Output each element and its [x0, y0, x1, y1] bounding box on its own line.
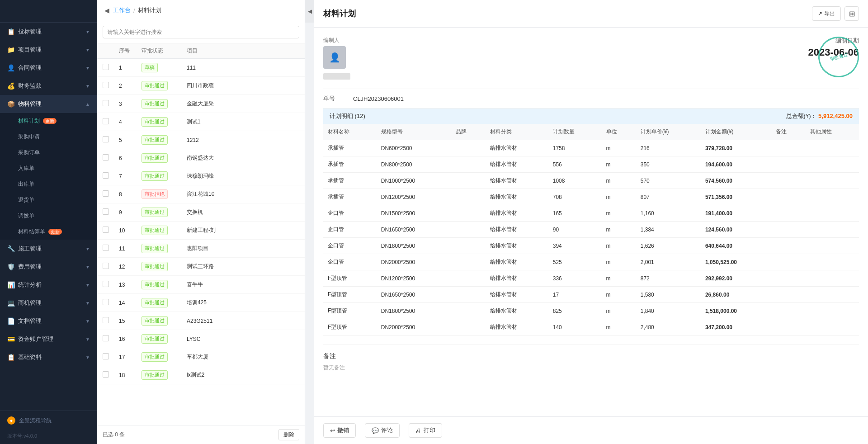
list-item[interactable]: 6 审批通过 南钢盛达大	[97, 149, 305, 167]
list-item[interactable]: 9 审批通过 交换机	[97, 203, 305, 222]
table-row[interactable]: F型顶管 DN1650*2500 给排水管材 17 m 1,580 26,860…	[323, 287, 859, 303]
cell-name: 承插管	[323, 140, 377, 156]
sidebar-item-cost[interactable]: 🛡️ 费用管理 ▼	[0, 258, 97, 276]
row-checkbox[interactable]	[103, 208, 109, 215]
cell-other	[806, 287, 859, 303]
cell-brand	[451, 303, 486, 319]
search-input[interactable]	[103, 26, 299, 38]
sidebar-item-contract[interactable]: 👤 合同管理 ▼	[0, 59, 97, 77]
list-item[interactable]: 17 审批通过 车都大厦	[97, 348, 305, 366]
row-checkbox[interactable]	[103, 154, 109, 161]
list-item[interactable]: 4 审批通过 测试1	[97, 113, 305, 131]
comment-button[interactable]: 💬 评论	[365, 423, 400, 438]
row-id: 11	[119, 246, 142, 252]
table-row[interactable]: F型顶管 DN2000*2500 给排水管材 140 m 2,480 347,2…	[323, 319, 859, 335]
export-button[interactable]: ↗ 导出	[812, 6, 841, 21]
list-panel-header: ◀ 工作台 / 材料计划	[97, 0, 305, 21]
meta-left: 编制人 👤	[323, 37, 350, 80]
sidebar-item-return[interactable]: 退货单	[0, 192, 97, 208]
cancel-button[interactable]: ↩ 撤销	[323, 423, 356, 438]
sidebar-item-transfer[interactable]: 调拨单	[0, 208, 97, 224]
version-text: 版本号:v4.0.0	[0, 430, 97, 444]
cell-qty: 1758	[548, 140, 602, 156]
row-checkbox[interactable]	[103, 118, 109, 124]
row-checkbox[interactable]	[103, 227, 109, 233]
cell-category: 给排水管材	[486, 319, 548, 335]
plan-table-container: 材料名称 规格型号 品牌 材料分类 计划数量 单位 计划单价(¥) 计划金额(¥…	[323, 124, 859, 335]
list-item[interactable]: 16 审批通过 LYSC	[97, 330, 305, 348]
list-item[interactable]: 5 审批通过 1212	[97, 131, 305, 149]
sidebar-item-project[interactable]: 📁 项目管理 ▼	[0, 41, 97, 59]
sidebar-item-machine[interactable]: 💻 商机管理 ▼	[0, 294, 97, 312]
row-checkbox[interactable]	[103, 371, 109, 378]
status-badge: 审批通过	[142, 352, 168, 362]
sidebar-item-outbound[interactable]: 出库单	[0, 176, 97, 192]
row-checkbox[interactable]	[103, 299, 109, 305]
table-row[interactable]: F型顶管 DN1200*2500 给排水管材 336 m 872 292,992…	[323, 270, 859, 287]
sidebar-item-material-plan[interactable]: 材料计划 更新	[0, 113, 97, 129]
list-item[interactable]: 2 审批通过 四川市政项	[97, 77, 305, 95]
table-row[interactable]: 承插管 DN800*2500 给排水管材 556 m 350 194,600.0…	[323, 156, 859, 173]
table-row[interactable]: 承插管 DN1200*2500 给排水管材 708 m 807 571,356.…	[323, 189, 859, 205]
row-id: 15	[119, 318, 142, 324]
th-unit: 单位	[602, 124, 636, 140]
table-row[interactable]: 企口管 DN1500*2500 给排水管材 165 m 1,160 191,40…	[323, 205, 859, 222]
print-button[interactable]: 🖨 打印	[409, 423, 442, 438]
qr-code-button[interactable]: ⊞	[844, 6, 859, 21]
collapse-panel-button[interactable]: ◀	[305, 0, 314, 23]
sidebar-item-settlement[interactable]: 材料结算单 更新	[0, 224, 97, 240]
list-item[interactable]: 15 审批通过 A23G2511	[97, 312, 305, 330]
cell-spec: DN1200*2500	[377, 189, 451, 205]
row-checkbox[interactable]	[103, 136, 109, 142]
table-row[interactable]: 承插管 DN600*2500 给排水管材 1758 m 216 379,728.…	[323, 140, 859, 156]
row-checkbox[interactable]	[103, 335, 109, 341]
sidebar-item-purchase-order[interactable]: 采购订单	[0, 145, 97, 161]
row-checkbox[interactable]	[103, 263, 109, 269]
list-item[interactable]: 7 审批通过 珠穆朗玛峰	[97, 167, 305, 185]
sidebar-item-fund[interactable]: 💳 资金账户管理 ▼	[0, 330, 97, 348]
breadcrumb-home[interactable]: 工作台	[113, 6, 131, 14]
row-checkbox[interactable]	[103, 281, 109, 287]
row-checkbox[interactable]	[103, 190, 109, 197]
table-row[interactable]: 企口管 DN1650*2500 给排水管材 90 m 1,384 124,560…	[323, 222, 859, 238]
cell-brand	[451, 140, 486, 156]
list-item[interactable]: 14 审批通过 培训425	[97, 294, 305, 312]
list-item[interactable]: 18 审批通过 lx测试2	[97, 366, 305, 384]
row-checkbox[interactable]	[103, 245, 109, 251]
row-checkbox[interactable]	[103, 317, 109, 323]
row-checkbox[interactable]	[103, 82, 109, 88]
list-item[interactable]: 13 审批通过 喜牛牛	[97, 276, 305, 294]
list-item[interactable]: 10 审批通过 新建工程-刘	[97, 222, 305, 240]
cell-amount: 574,560.00	[701, 173, 771, 189]
row-checkbox[interactable]	[103, 353, 109, 359]
sidebar-item-statistics[interactable]: 📊 统计分析 ▼	[0, 276, 97, 294]
sidebar-item-material[interactable]: 📦 物料管理 ▲	[0, 95, 97, 113]
sidebar-item-bidding[interactable]: 📋 投标管理 ▼	[0, 23, 97, 41]
table-row[interactable]: F型顶管 DN1800*2500 给排水管材 825 m 1,840 1,518…	[323, 303, 859, 319]
table-row[interactable]: 企口管 DN1800*2500 给排水管材 394 m 1,626 640,64…	[323, 238, 859, 254]
sidebar-item-document[interactable]: 📄 文档管理 ▼	[0, 312, 97, 330]
sidebar-item-inbound[interactable]: 入库单	[0, 161, 97, 176]
list-item[interactable]: 12 审批通过 测试三环路	[97, 258, 305, 276]
sidebar-item-basic[interactable]: 📋 基础资料 ▼	[0, 348, 97, 366]
table-row[interactable]: 承插管 DN1000*2500 给排水管材 1008 m 570 574,560…	[323, 173, 859, 189]
delete-button[interactable]: 删除	[278, 429, 299, 440]
list-item[interactable]: 8 审批拒绝 滨江花城10	[97, 185, 305, 203]
table-row[interactable]: 企口管 DN2000*2500 给排水管材 525 m 2,001 1,050,…	[323, 254, 859, 270]
back-button[interactable]: ◀	[104, 7, 109, 14]
statistics-icon: 📊	[7, 281, 14, 288]
list-item[interactable]: 11 审批通过 惠阳项目	[97, 240, 305, 258]
cell-price: 872	[636, 270, 701, 287]
cell-remark	[771, 140, 806, 156]
row-checkbox[interactable]	[103, 172, 109, 179]
sidebar-item-finance[interactable]: 💰 财务监款 ▼	[0, 77, 97, 95]
list-item[interactable]: 1 草稿 111	[97, 59, 305, 77]
sidebar-item-purchase-apply[interactable]: 采购申请	[0, 129, 97, 145]
sidebar-item-construction[interactable]: 🔧 施工管理 ▼	[0, 240, 97, 258]
qr-icon: ⊞	[849, 9, 855, 18]
list-item[interactable]: 3 审批通过 金融大厦采	[97, 95, 305, 113]
cell-price: 350	[636, 156, 701, 173]
row-checkbox[interactable]	[103, 64, 109, 70]
plan-table-head: 材料名称 规格型号 品牌 材料分类 计划数量 单位 计划单价(¥) 计划金额(¥…	[323, 124, 859, 140]
row-checkbox[interactable]	[103, 100, 109, 106]
